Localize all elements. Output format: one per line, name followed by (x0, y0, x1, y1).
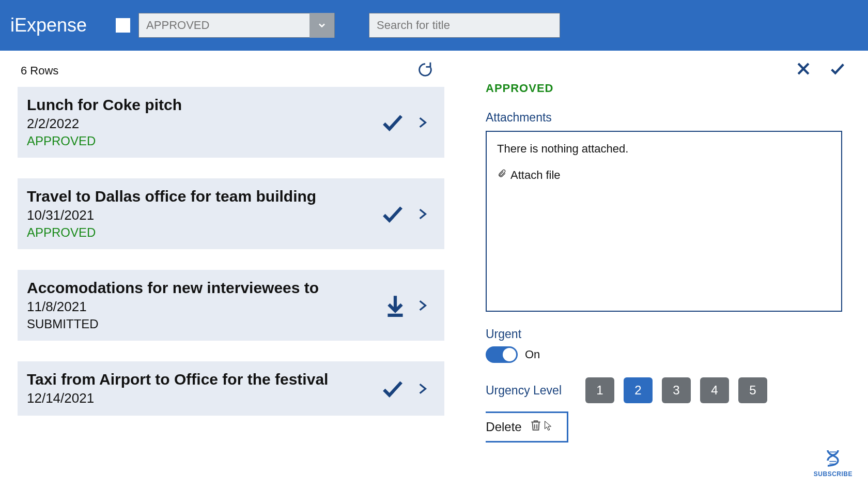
card-text: Taxi from Airport to Office for the fest… (27, 371, 328, 406)
dna-icon (823, 448, 843, 468)
card-title: Taxi from Airport to Office for the fest… (27, 371, 328, 388)
card-text: Travel to Dallas office for team buildin… (27, 188, 316, 240)
app-title: iExpense (10, 14, 87, 36)
confirm-icon[interactable] (828, 60, 847, 78)
expense-card[interactable]: Taxi from Airport to Office for the fest… (18, 361, 444, 416)
urgency-level-2[interactable]: 2 (624, 377, 653, 403)
card-title: Accomodations for new interviewees to (27, 279, 319, 297)
chevron-right-icon[interactable] (415, 111, 429, 134)
card-date: 12/14/2021 (27, 390, 328, 406)
trash-icon (529, 418, 542, 436)
card-date: 11/8/2021 (27, 299, 319, 315)
card-text: Lunch for Coke pitch2/2/2022APPROVED (27, 96, 182, 148)
card-actions (377, 376, 429, 402)
card-title: Lunch for Coke pitch (27, 96, 182, 114)
attachments-label: Attachments (486, 111, 842, 125)
search-input[interactable] (369, 13, 560, 37)
status-filter-select[interactable] (138, 13, 335, 38)
chevron-right-icon[interactable] (415, 203, 429, 225)
close-icon[interactable] (795, 60, 812, 78)
detail-top-actions (795, 60, 847, 78)
card-text: Accomodations for new interviewees to11/… (27, 279, 319, 331)
detail-status: APPROVED (486, 82, 842, 95)
chevron-down-icon[interactable] (309, 13, 334, 38)
check-icon[interactable] (377, 376, 408, 402)
filter-checkbox[interactable] (116, 18, 130, 33)
left-panel-top: 6 Rows (0, 51, 455, 86)
download-icon[interactable] (382, 290, 408, 321)
urgency-level-label: Urgency Level (486, 384, 562, 398)
row-count-label: 6 Rows (21, 64, 58, 78)
expense-card[interactable]: Accomodations for new interviewees to11/… (18, 270, 444, 341)
left-panel: 6 Rows Lunch for Coke pitch2/2/2022APPRO… (0, 51, 455, 488)
chevron-right-icon[interactable] (415, 377, 429, 400)
attach-file-label: Attach file (510, 169, 561, 182)
detail-body: APPROVED Attachments There is nothing at… (486, 51, 853, 488)
delete-label: Delete (486, 420, 521, 434)
urgency-level-3[interactable]: 3 (662, 377, 691, 403)
urgency-level-4[interactable]: 4 (700, 377, 729, 403)
card-date: 10/31/2021 (27, 207, 316, 223)
urgent-toggle[interactable] (486, 346, 518, 363)
attachments-box[interactable]: There is nothing attached. Attach file (486, 131, 842, 312)
urgency-level-buttons: 12345 (585, 377, 767, 403)
subscribe-badge[interactable]: SUBSCRIBE (814, 448, 853, 478)
card-status: SUBMITTED (27, 317, 319, 331)
card-actions (377, 201, 429, 227)
card-date: 2/2/2022 (27, 116, 182, 132)
check-icon[interactable] (377, 201, 408, 227)
attach-file-button[interactable]: Attach file (497, 168, 831, 182)
urgency-level-5[interactable]: 5 (738, 377, 767, 403)
urgency-level-row: Urgency Level 12345 (486, 377, 842, 403)
check-icon[interactable] (377, 110, 408, 135)
expense-card[interactable]: Travel to Dallas office for team buildin… (18, 178, 444, 249)
paperclip-icon (497, 168, 506, 182)
status-filter-input[interactable] (139, 13, 309, 37)
card-title: Travel to Dallas office for team buildin… (27, 188, 316, 205)
right-panel: APPROVED Attachments There is nothing at… (455, 51, 868, 488)
urgency-level-1[interactable]: 1 (585, 377, 614, 403)
urgent-label: Urgent (486, 327, 842, 341)
card-actions (382, 290, 429, 321)
card-actions (377, 110, 429, 135)
card-status: APPROVED (27, 134, 182, 148)
urgent-toggle-row: On (486, 346, 842, 363)
expense-card[interactable]: Lunch for Coke pitch2/2/2022APPROVED (18, 87, 444, 158)
card-status: APPROVED (27, 225, 316, 240)
subscribe-label: SUBSCRIBE (814, 470, 853, 478)
expense-list[interactable]: Lunch for Coke pitch2/2/2022APPROVEDTrav… (18, 87, 444, 488)
delete-button[interactable]: Delete (486, 411, 568, 443)
search-box[interactable] (369, 13, 560, 38)
urgent-toggle-state: On (525, 348, 540, 361)
refresh-button[interactable] (416, 61, 434, 81)
app-header: iExpense (0, 0, 868, 51)
main-area: 6 Rows Lunch for Coke pitch2/2/2022APPRO… (0, 51, 868, 488)
attachments-empty-text: There is nothing attached. (497, 142, 831, 156)
chevron-right-icon[interactable] (415, 294, 429, 317)
